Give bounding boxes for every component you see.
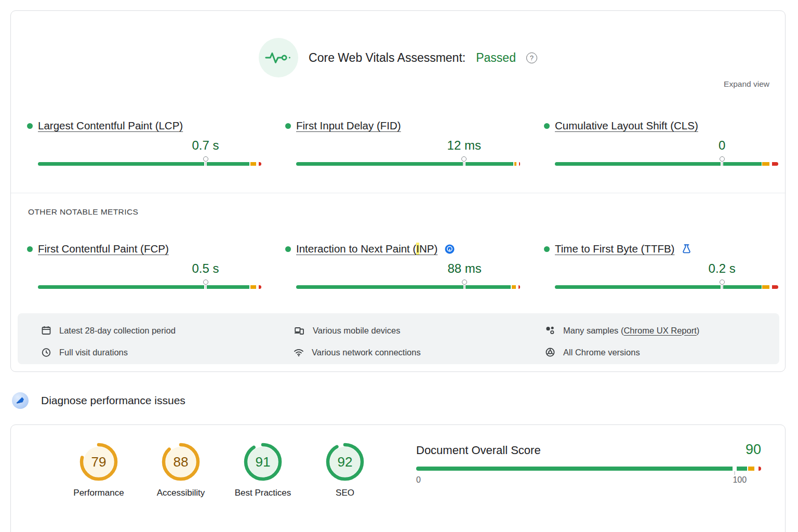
section-divider (11, 193, 785, 193)
bar-segment (555, 285, 721, 289)
metric-distribution-bar-inp (296, 280, 520, 289)
metric-label-link-fcp[interactable]: First Contentful Paint (FCP) (38, 243, 169, 255)
bar-segment (296, 285, 463, 289)
footnote-column: Many samples (Chrome UX Report)All Chrom… (545, 320, 779, 364)
gauge-score: 91 (256, 454, 271, 470)
overall-score-block: Document Overall Score 90 0 100 (416, 442, 761, 486)
good-rating-dot (285, 123, 291, 129)
good-rating-dot (27, 123, 33, 129)
new-info-icon[interactable] (445, 244, 455, 254)
footnote-text: Various mobile devices (313, 326, 400, 336)
metric-value-cls: 0 (719, 138, 725, 153)
metric-distribution-bar-fcp (38, 280, 261, 289)
bar-marker (720, 280, 725, 285)
gauge-seo[interactable]: 92SEO (304, 442, 386, 498)
bar-marker-stem (205, 285, 206, 289)
bar-marker-stem (722, 285, 723, 289)
bar-marker-stem (464, 285, 465, 289)
bar-marker-stem (205, 162, 206, 166)
gauge-arc: 92 (325, 442, 365, 482)
metric-distribution-bar-cls (555, 157, 778, 166)
overall-score-title: Document Overall Score (416, 444, 541, 457)
calendar-icon (41, 325, 51, 336)
bar-marker (461, 156, 467, 162)
gauge-arc: 91 (243, 442, 283, 482)
metric-value-fid: 12 ms (447, 138, 481, 153)
gauge-label: SEO (336, 488, 354, 498)
gauge-arc: 88 (161, 442, 201, 482)
footnote-chrome-versions: All Chrome versions (545, 341, 779, 363)
metric-fcp: First Contentful Paint (FCP)0.5 s (38, 241, 261, 289)
lighthouse-icon (11, 392, 29, 409)
bar-segment (748, 467, 754, 471)
gauge-accessibility[interactable]: 88Accessibility (140, 442, 222, 498)
footnote-collection-period: Latest 28-day collection period (41, 320, 294, 341)
bar-marker (720, 156, 725, 162)
footnote-text: All Chrome versions (563, 348, 640, 357)
footnote-text: Various network connections (312, 348, 421, 357)
footnote-text: Full visit durations (59, 348, 128, 357)
bar-segment (759, 467, 761, 471)
metric-label-link-inp[interactable]: Interaction to Next Paint (INP) (296, 243, 437, 255)
bar-segment (772, 285, 778, 289)
bar-segment (555, 162, 721, 166)
bar-segment (514, 162, 516, 166)
core-metrics-row: Largest Contentful Paint (LCP)0.7 sFirst… (38, 117, 779, 166)
scale-min-label: 0 (416, 475, 421, 485)
pulse-icon (259, 38, 298, 77)
devices-icon (294, 325, 305, 336)
bar-segment (259, 162, 261, 166)
bar-segment (296, 162, 463, 166)
bar-segment (762, 162, 769, 166)
gauge-best-practices[interactable]: 91Best Practices (222, 442, 304, 498)
cwv-status-passed: Passed (476, 51, 516, 65)
other-metrics-label: OTHER NOTABLE METRICS (28, 207, 138, 217)
metric-label-link-cls[interactable]: Cumulative Layout Shift (CLS) (555, 119, 698, 132)
gauge-score: 92 (338, 454, 353, 470)
bar-segment (466, 285, 510, 289)
footnote-text: Latest 28-day collection period (59, 326, 176, 336)
metric-label-link-ttfb[interactable]: Time to First Byte (TTFB) (555, 243, 674, 255)
gauge-label: Best Practices (235, 488, 291, 498)
bar-segment (723, 162, 762, 166)
experimental-flask-icon[interactable] (682, 244, 691, 254)
bar-segment (207, 162, 249, 166)
other-metrics-row: First Contentful Paint (FCP)0.5 sInterac… (38, 241, 779, 289)
chrome-ux-report-link[interactable]: Chrome UX Report (623, 326, 696, 335)
cwv-title: Core Web Vitals Assessment: (309, 51, 466, 65)
metric-fid: First Input Delay (FID)12 ms (296, 117, 520, 166)
footnote-mobile-devices: Various mobile devices (294, 320, 545, 341)
cwv-header: Core Web Vitals Assessment: Passed ? (11, 38, 785, 77)
overall-score-value: 90 (746, 442, 761, 458)
footnote-column: Various mobile devicesVarious network co… (294, 320, 545, 364)
expand-view-link[interactable]: Expand view (724, 79, 769, 89)
bar-segment (259, 285, 261, 289)
gauge-arc: 79 (79, 442, 118, 482)
question-mark-icon[interactable]: ? (526, 52, 537, 63)
bar-segment (762, 285, 769, 289)
metric-label-link-lcp[interactable]: Largest Contentful Paint (LCP) (38, 119, 183, 132)
gauge-score: 88 (174, 454, 189, 470)
gauge-performance[interactable]: 79Performance (58, 442, 140, 498)
metric-distribution-bar-lcp (38, 157, 261, 166)
gauge-label: Accessibility (157, 488, 205, 498)
bar-marker (462, 280, 467, 285)
bar-segment (207, 285, 249, 289)
metric-ttfb: Time to First Byte (TTFB)0.2 s (555, 241, 778, 289)
bar-segment (38, 285, 204, 289)
good-rating-dot (544, 123, 550, 129)
good-rating-dot (27, 246, 33, 252)
category-gauges: 79Performance88Accessibility91Best Pract… (58, 442, 386, 498)
bar-marker-stem (463, 162, 464, 166)
metric-value-fcp: 0.5 s (192, 261, 219, 276)
bar-marker-stem (722, 162, 723, 166)
footnote-network-connections: Various network connections (294, 341, 545, 363)
bar-segment (518, 285, 520, 289)
footnote-text: Many samples (Chrome UX Report) (563, 326, 699, 336)
bar-segment (772, 162, 778, 166)
metric-value-ttfb: 0.2 s (709, 261, 736, 276)
bar-marker-stem (734, 471, 735, 475)
metric-label-link-fid[interactable]: First Input Delay (FID) (296, 119, 401, 132)
metric-inp: Interaction to Next Paint (INP)88 ms (296, 241, 520, 289)
metric-value-lcp: 0.7 s (192, 138, 219, 153)
